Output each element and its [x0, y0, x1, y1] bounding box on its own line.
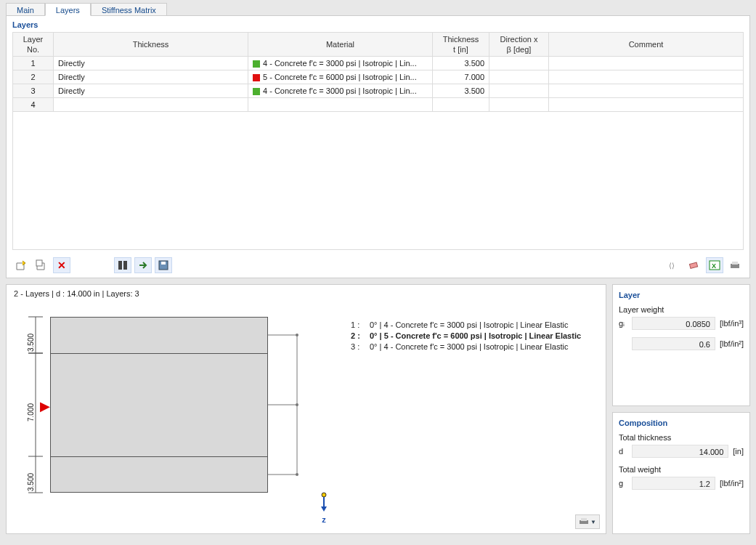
- export-excel-button[interactable]: X: [706, 257, 723, 273]
- svg-rect-0: [36, 260, 42, 266]
- d-symbol: d: [619, 447, 627, 456]
- d-unit: [in]: [733, 447, 744, 456]
- col-layer-no[interactable]: Layer No.: [13, 33, 54, 57]
- annotation-row: 3 :0° | 4 - Concrete f'c = 3000 psi | Is…: [351, 342, 581, 352]
- import-button[interactable]: [134, 257, 152, 273]
- cell-layer-no[interactable]: 2: [13, 70, 54, 84]
- cell-thickness-mode[interactable]: [54, 98, 248, 112]
- cell-material[interactable]: 5 - Concrete f'c = 6000 psi | Isotropic …: [248, 70, 433, 84]
- svg-point-18: [322, 493, 326, 497]
- total-thickness-label: Total thickness: [619, 433, 744, 442]
- svg-point-17: [296, 473, 298, 476]
- cell-comment[interactable]: [549, 57, 744, 70]
- printer-icon: [579, 517, 589, 526]
- cell-thickness-t[interactable]: 3.500: [433, 57, 489, 70]
- g-unit: [lbf/in²]: [720, 479, 744, 488]
- cell-thickness-t[interactable]: 3.500: [433, 84, 489, 98]
- layer-annotations: 1 :0° | 4 - Concrete f'c = 3000 psi | Is…: [351, 320, 581, 352]
- material-color-swatch: [253, 60, 260, 68]
- svg-rect-2: [161, 262, 166, 265]
- duplicate-row-button[interactable]: [33, 257, 50, 273]
- svg-point-15: [296, 334, 298, 336]
- cell-layer-no[interactable]: 4: [13, 98, 54, 112]
- gi2-value[interactable]: 0.6: [632, 337, 715, 350]
- col-thickness-t[interactable]: Thickness t [in]: [433, 33, 489, 57]
- eraser-icon: [688, 260, 700, 270]
- svg-rect-4: [689, 262, 697, 268]
- diagram-layer-2: [50, 353, 268, 456]
- new-row-button[interactable]: [12, 257, 30, 273]
- library-button[interactable]: [114, 257, 131, 273]
- annotation-row: 1 :0° | 4 - Concrete f'c = 3000 psi | Is…: [351, 320, 581, 331]
- gi-unit: [lbf/in³]: [720, 319, 744, 328]
- section-title-layers: Layers: [7, 16, 749, 32]
- cell-thickness-t[interactable]: [433, 98, 489, 112]
- layer-panel-title: Layer: [619, 291, 744, 299]
- delete-row-button[interactable]: ✕: [53, 257, 70, 273]
- cell-direction[interactable]: [489, 98, 549, 112]
- cell-direction[interactable]: [489, 57, 549, 70]
- floppy-icon: [158, 259, 169, 271]
- book-icon: [117, 259, 129, 271]
- units-button[interactable]: ⟨⟩: [665, 257, 683, 273]
- cell-thickness-t[interactable]: 7.000: [433, 70, 489, 84]
- material-color-swatch: [253, 88, 260, 95]
- cell-material[interactable]: 4 - Concrete f'c = 3000 psi | Isotropic …: [248, 57, 433, 70]
- svg-point-16: [296, 403, 298, 406]
- layer-diagram: 3.500 7.000 3.500 ▶: [50, 317, 268, 493]
- excel-icon: X: [709, 260, 720, 270]
- col-material[interactable]: Material: [248, 33, 433, 57]
- print-preview-button[interactable]: ▼: [575, 514, 600, 529]
- table-row[interactable]: 3Directly4 - Concrete f'c = 3000 psi | I…: [13, 84, 744, 98]
- cell-direction[interactable]: [489, 84, 549, 98]
- cell-thickness-mode[interactable]: Directly: [54, 57, 248, 70]
- table-row[interactable]: 4: [13, 98, 744, 112]
- col-direction[interactable]: Direction x β [deg]: [489, 33, 549, 57]
- grid-empty-area[interactable]: [12, 112, 744, 250]
- g-value[interactable]: 1.2: [632, 477, 715, 490]
- col-comment[interactable]: Comment: [549, 33, 744, 57]
- units-icon: ⟨⟩: [668, 260, 680, 270]
- cell-direction[interactable]: [489, 70, 549, 84]
- tab-main[interactable]: Main: [6, 3, 45, 16]
- preview-title: 2 - Layers | d : 14.000 in | Layers: 3: [14, 289, 139, 298]
- cell-layer-no[interactable]: 1: [13, 57, 54, 70]
- cell-material[interactable]: [248, 98, 433, 112]
- layer-weight-label: Layer weight: [619, 305, 744, 314]
- reset-button[interactable]: [686, 257, 703, 273]
- z-axis-indicator: z: [319, 492, 329, 524]
- d-value[interactable]: 14.000: [632, 445, 728, 458]
- cell-material[interactable]: 4 - Concrete f'c = 3000 psi | Isotropic …: [248, 84, 433, 98]
- table-row[interactable]: 2Directly5 - Concrete f'c = 6000 psi | I…: [13, 70, 744, 84]
- tab-stiffness-matrix[interactable]: Stiffness Matrix: [91, 3, 167, 16]
- gi-value[interactable]: 0.0850: [632, 317, 715, 330]
- cell-layer-no[interactable]: 3: [13, 84, 54, 98]
- save-button[interactable]: [155, 257, 172, 273]
- gi2-unit: [lbf/in²]: [720, 339, 744, 348]
- cell-comment[interactable]: [549, 84, 744, 98]
- toolbar: ✕ ⟨⟩ X: [7, 254, 749, 278]
- svg-rect-21: [581, 518, 587, 521]
- col-thickness-mode[interactable]: Thickness: [54, 33, 248, 57]
- dim-layer-3: 3.500: [27, 473, 35, 491]
- composition-panel: Composition Total thickness d 14.000 [in…: [612, 412, 750, 534]
- gi-symbol: gᵢ: [619, 319, 627, 328]
- material-color-swatch: [253, 74, 260, 81]
- cell-comment[interactable]: [549, 98, 744, 112]
- cell-thickness-mode[interactable]: Directly: [54, 70, 248, 84]
- cell-thickness-mode[interactable]: Directly: [54, 84, 248, 98]
- table-row[interactable]: 1Directly4 - Concrete f'c = 3000 psi | I…: [13, 57, 744, 70]
- diagram-layer-1: [50, 317, 268, 353]
- delete-icon: ✕: [57, 259, 66, 271]
- arrow-in-icon: [137, 259, 149, 271]
- total-weight-label: Total weight: [619, 465, 744, 474]
- layers-table[interactable]: Layer No. Thickness Material Thickness t…: [12, 32, 744, 112]
- g-symbol: g: [619, 479, 627, 488]
- diagram-layer-3: [50, 456, 268, 493]
- print-table-button[interactable]: [726, 257, 744, 273]
- annotation-row: 2 :0° | 5 - Concrete f'c = 6000 psi | Is…: [351, 331, 581, 342]
- printer-icon: [729, 260, 741, 270]
- tab-layers[interactable]: Layers: [45, 3, 91, 16]
- cell-comment[interactable]: [549, 70, 744, 84]
- svg-text:⟨⟩: ⟨⟩: [669, 262, 675, 270]
